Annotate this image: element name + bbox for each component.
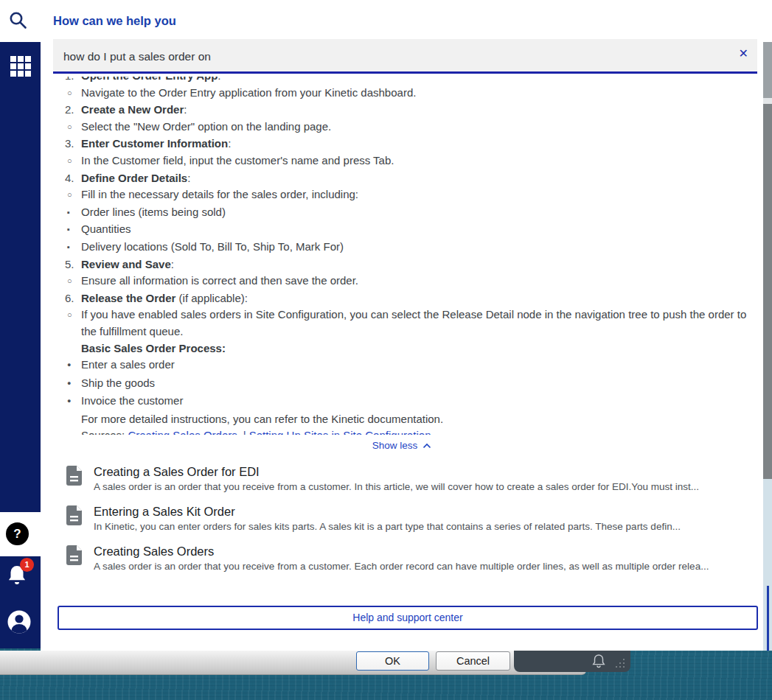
source-link-creating-sales-orders[interactable]: Creating Sales Orders xyxy=(128,429,237,435)
list-item: Basic Sales Order Process: xyxy=(65,340,748,357)
sources-label: Sources: xyxy=(81,429,125,435)
document-icon xyxy=(66,505,82,525)
article-snippet: A sales order is an order that you recei… xyxy=(94,559,709,574)
list-item: If you have enabled sales orders in Site… xyxy=(65,307,748,340)
apps-grid-icon[interactable] xyxy=(10,56,31,77)
clear-search-icon[interactable]: ✕ xyxy=(739,46,748,60)
article-results: Creating a Sales Order for EDI A sales o… xyxy=(66,463,748,574)
list-item: Delivery locations (Sold To, Bill To, Sh… xyxy=(65,239,748,256)
list-item: In the Customer field, input the custome… xyxy=(65,153,748,170)
notification-bell-outline-icon[interactable] xyxy=(592,654,605,668)
list-item: 6.Release the Order (if applicable): xyxy=(65,290,748,307)
list-item: 1.Open the Order Entry App: xyxy=(65,77,748,85)
list-item: Order lines (items being sold) xyxy=(65,204,748,222)
person-icon xyxy=(7,610,31,634)
help-band: ? xyxy=(0,512,41,556)
scrollbar-gap xyxy=(763,98,772,104)
chevron-up-icon xyxy=(422,443,431,449)
list-item: Ship the goods xyxy=(65,375,748,393)
article-result[interactable]: Creating a Sales Order for EDI A sales o… xyxy=(66,463,748,494)
list-item: 4.Define Order Details: xyxy=(65,170,748,187)
article-snippet: A sales order is an order that you recei… xyxy=(94,480,699,494)
search-input[interactable] xyxy=(63,46,712,68)
document-icon xyxy=(66,466,82,486)
search-box: ✕ xyxy=(53,39,757,74)
help-overlay-header: How can we help you xyxy=(0,0,772,42)
article-title[interactable]: Creating a Sales Order for EDI xyxy=(94,463,699,480)
list-item: Fill in the necessary details for the sa… xyxy=(65,186,748,204)
search-icon[interactable] xyxy=(8,10,28,30)
answer-list: 1.Open the Order Entry App: Navigate to … xyxy=(65,77,748,435)
article-title[interactable]: Entering a Sales Kit Order xyxy=(94,503,681,519)
user-account-button[interactable] xyxy=(7,610,31,634)
list-item: Enter a sales order xyxy=(65,357,748,375)
notifications-button[interactable]: 1 xyxy=(6,561,37,591)
background-toolbar xyxy=(514,651,630,672)
sources-line: Sources: Creating Sales Orders|Setting U… xyxy=(65,427,748,435)
background-window-border xyxy=(767,586,769,651)
list-item: 2.Create a New Order: xyxy=(65,102,748,119)
scrollbar-thumb[interactable] xyxy=(763,104,772,479)
document-icon xyxy=(66,545,82,565)
list-item: Ensure all information is correct and th… xyxy=(65,273,748,290)
article-result[interactable]: Creating Sales Orders A sales order is a… xyxy=(66,543,748,574)
article-snippet: In Kinetic, you can enter orders for sal… xyxy=(94,519,681,534)
article-result[interactable]: Entering a Sales Kit Order In Kinetic, y… xyxy=(66,503,748,534)
list-item: Select the "New Order" option on the lan… xyxy=(65,119,748,136)
sources-separator: | xyxy=(237,429,249,435)
source-link-setting-up-sites[interactable]: Setting Up Sites in Site Configuration xyxy=(249,429,431,435)
list-item: For more detailed instructions, you can … xyxy=(65,411,748,428)
list-item: 5.Review and Save: xyxy=(65,256,748,273)
help-and-support-center-button[interactable]: Help and support center xyxy=(58,606,758,630)
list-item: 3.Enter Customer Information: xyxy=(65,136,748,153)
article-title[interactable]: Creating Sales Orders xyxy=(94,543,709,559)
resize-grip[interactable] xyxy=(616,659,625,668)
list-item: Navigate to the Order Entry application … xyxy=(65,85,748,102)
cancel-button[interactable]: Cancel xyxy=(436,651,510,671)
help-overlay-panel: ✕ 1.Open the Order Entry App: Navigate t… xyxy=(41,42,763,651)
page-title: How can we help you xyxy=(53,14,176,28)
help-icon[interactable]: ? xyxy=(6,522,29,545)
list-item: Quantities xyxy=(65,221,748,239)
list-item: Invoice the customer xyxy=(65,393,748,411)
scrollbar-track[interactable] xyxy=(763,41,772,98)
ok-button[interactable]: OK xyxy=(356,651,429,671)
sidebar: ? 1 xyxy=(0,42,41,648)
notification-badge: 1 xyxy=(20,558,34,572)
show-less-link[interactable]: Show less xyxy=(41,440,763,451)
